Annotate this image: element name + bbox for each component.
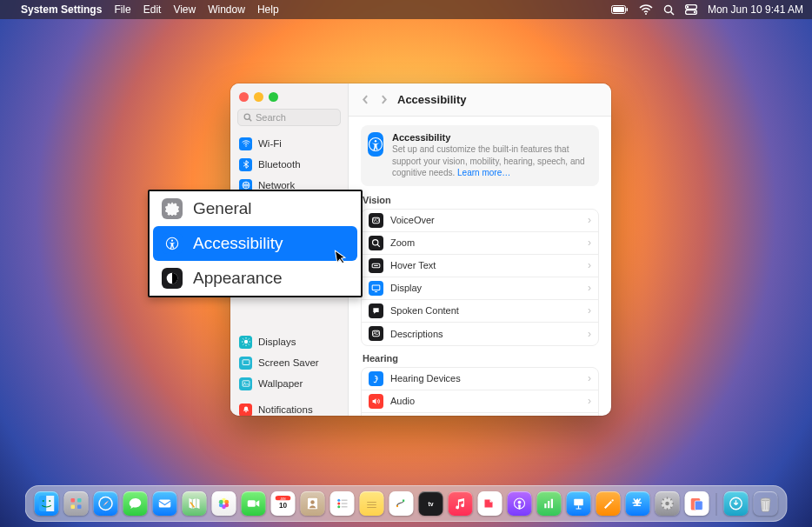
svg-point-12	[245, 146, 246, 147]
dock-contacts[interactable]	[301, 491, 325, 516]
sidebar-item-displays[interactable]: Displays	[230, 331, 348, 352]
sidebar-item-screensaver[interactable]: Screen Saver	[230, 352, 348, 373]
sidebar-item-wallpaper[interactable]: Wallpaper	[230, 373, 348, 394]
menu-window[interactable]: Window	[208, 3, 245, 16]
forward-button[interactable]	[379, 93, 389, 107]
dock-numbers[interactable]	[537, 491, 562, 516]
callout-label: Appearance	[193, 269, 282, 288]
chevron-right-icon: ›	[588, 328, 591, 340]
image-icon	[239, 377, 252, 390]
row-label: Descriptions	[390, 329, 443, 339]
svg-point-51	[43, 500, 44, 502]
svg-rect-87	[544, 504, 546, 508]
dock-podcasts[interactable]	[508, 491, 532, 516]
back-button[interactable]	[361, 93, 370, 107]
dock-notes[interactable]	[360, 491, 384, 516]
settings-list: VOVoiceOver›Zoom›Hover Text›Display›Spok…	[361, 209, 599, 346]
dock-keynote[interactable]	[567, 491, 591, 516]
bell-icon	[239, 404, 252, 417]
svg-point-7	[687, 6, 689, 8]
svg-rect-30	[243, 381, 250, 386]
svg-point-82	[396, 505, 398, 507]
battery-icon[interactable]	[611, 4, 629, 15]
dock-pages[interactable]	[596, 491, 621, 516]
svg-text:JUN: JUN	[281, 497, 286, 501]
dock-calendar[interactable]: JUN10	[271, 491, 296, 516]
dock-downloads[interactable]	[724, 491, 749, 516]
dock-maps[interactable]	[183, 491, 207, 516]
settings-row-display[interactable]: Display›	[362, 277, 598, 300]
callout-item-accessibility[interactable]: Accessibility	[153, 226, 357, 261]
window-controls	[230, 83, 348, 109]
wifi-icon	[239, 137, 252, 150]
gear-icon	[162, 198, 183, 219]
callout-item-appearance[interactable]: Appearance	[150, 261, 361, 296]
chevron-right-icon: ›	[588, 214, 591, 226]
dock-finder[interactable]	[35, 491, 59, 516]
settings-row-zoom[interactable]: Zoom›	[362, 232, 598, 255]
menubar: System Settings File Edit View Window He…	[0, 0, 812, 19]
frame-icon	[239, 357, 252, 370]
chevron-right-icon: ›	[588, 259, 591, 271]
content-pane: Accessibility Accessibility Set up and c…	[349, 83, 611, 416]
row-label: Audio	[390, 396, 415, 406]
dock-messages[interactable]	[123, 491, 148, 516]
settings-row-audio[interactable]: Audio›	[362, 390, 598, 413]
dock-music[interactable]	[449, 491, 473, 516]
settings-row-hovertext[interactable]: Hover Text›	[362, 255, 598, 277]
menu-edit[interactable]: Edit	[143, 3, 162, 16]
dock-freeform[interactable]	[389, 491, 414, 516]
svg-point-75	[337, 503, 340, 505]
menu-help[interactable]: Help	[257, 3, 279, 16]
svg-rect-88	[548, 501, 549, 508]
dock-trash[interactable]	[754, 491, 778, 516]
sidebar-item-bluetooth[interactable]: Bluetooth	[230, 154, 348, 175]
settings-row-captions[interactable]: Captions›	[362, 413, 598, 417]
dock-tv[interactable]: tv	[419, 491, 443, 516]
settings-row-voiceover[interactable]: VOVoiceOver›	[362, 210, 598, 232]
svg-rect-90	[574, 499, 583, 506]
dock-launchpad[interactable]	[64, 491, 89, 516]
minimize-button[interactable]	[254, 92, 263, 102]
settings-row-descriptions[interactable]: ADDescriptions›	[362, 323, 598, 345]
fullscreen-button[interactable]	[269, 92, 278, 102]
settings-row-hearingdev[interactable]: Hearing Devices›	[362, 368, 598, 390]
search-input[interactable]: Search	[237, 109, 341, 126]
svg-point-3	[645, 13, 647, 15]
dock-facetime[interactable]	[242, 491, 266, 516]
svg-line-28	[248, 338, 249, 339]
dock-appstore[interactable]	[626, 491, 650, 516]
svg-point-48	[171, 240, 173, 242]
sidebar-item-notifications[interactable]: Notifications	[230, 399, 348, 416]
dock-mail[interactable]	[153, 491, 177, 516]
dock-settings[interactable]	[656, 491, 680, 516]
wifi-icon[interactable]	[639, 4, 653, 15]
dock-news[interactable]	[478, 491, 503, 516]
menu-file[interactable]: File	[114, 3, 130, 16]
svg-text:AD: AD	[373, 331, 379, 336]
learn-more-link[interactable]: Learn more…	[457, 168, 510, 177]
svg-rect-66	[248, 500, 256, 507]
svg-line-25	[243, 338, 243, 339]
svg-rect-54	[77, 498, 82, 503]
dock-safari[interactable]	[94, 491, 118, 516]
svg-point-52	[49, 500, 50, 502]
svg-rect-40	[372, 284, 380, 290]
menu-view[interactable]: View	[173, 3, 196, 16]
svg-point-94	[665, 502, 669, 506]
close-button[interactable]	[239, 92, 249, 102]
control-center-icon[interactable]	[685, 4, 697, 15]
sun-icon	[239, 336, 252, 349]
callout-item-general[interactable]: General	[150, 191, 361, 226]
dock-mirroring[interactable]	[685, 491, 709, 516]
spotlight-icon[interactable]	[663, 4, 675, 16]
banner-title: Accessibility	[392, 132, 592, 143]
dock-photos[interactable]	[212, 491, 236, 516]
dock-reminders[interactable]	[330, 491, 355, 516]
clock[interactable]: Mon Jun 10 9:41 AM	[708, 3, 803, 16]
row-label: Spoken Content	[390, 305, 459, 316]
settings-row-spoken[interactable]: Spoken Content›	[362, 300, 598, 323]
app-name[interactable]: System Settings	[21, 3, 102, 16]
svg-rect-55	[71, 505, 76, 510]
sidebar-item-wifi[interactable]: Wi-Fi	[230, 133, 348, 154]
